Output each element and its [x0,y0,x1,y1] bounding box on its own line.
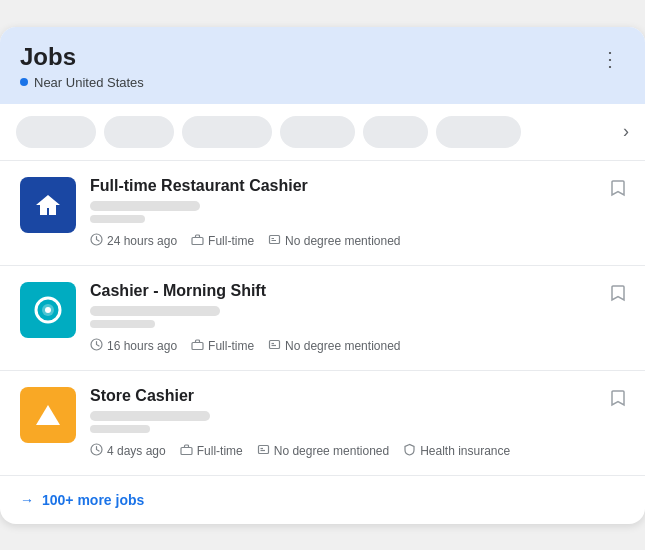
job-logo-3 [20,387,76,443]
location-label: Near United States [20,75,144,90]
job-type-2: Full-time [208,339,254,353]
time-ago-3: 4 days ago [107,444,166,458]
sub-bar-3 [90,425,150,433]
header-menu-button[interactable]: ⋮ [596,43,625,75]
briefcase-icon-1 [191,233,204,249]
job-meta-2: 16 hours ago Full-time [90,338,625,354]
job-content-2: Cashier - Morning Shift 16 hours ago [90,282,625,354]
time-ago-1: 24 hours ago [107,234,177,248]
job-title-3: Store Cashier [90,387,625,405]
filter-pill-4[interactable] [280,116,355,148]
degree-item-3: No degree mentioned [257,443,389,459]
job-content-1: Full-time Restaurant Cashier 24 hours ag… [90,177,625,249]
time-item-3: 4 days ago [90,443,166,459]
triangle-logo-icon [30,397,66,433]
jobs-card: Jobs Near United States ⋮ › Full-tim [0,27,645,524]
circle-logo-icon [30,292,66,328]
degree-2: No degree mentioned [285,339,400,353]
type-item-2: Full-time [191,338,254,354]
location-text: Near United States [34,75,144,90]
svg-rect-9 [192,342,203,349]
insurance-3: Health insurance [420,444,510,458]
degree-3: No degree mentioned [274,444,389,458]
clock-icon-3 [90,443,103,459]
job-meta-1: 24 hours ago Full-time [90,233,625,249]
insurance-item-3: Health insurance [403,443,510,459]
sub-bar-2 [90,320,155,328]
location-dot-icon [20,78,28,86]
more-jobs-link[interactable]: → 100+ more jobs [0,476,645,524]
svg-rect-1 [192,237,203,244]
sub-bar-1 [90,215,145,223]
more-jobs-label: 100+ more jobs [42,492,144,508]
job-title-1: Full-time Restaurant Cashier [90,177,625,195]
filter-bar: › [0,104,645,160]
shield-icon-3 [403,443,416,459]
job-meta-3: 4 days ago Full-time [90,443,625,459]
job-logo-1 [20,177,76,233]
type-item-1: Full-time [191,233,254,249]
clock-icon-1 [90,233,103,249]
svg-point-7 [45,307,51,313]
degree-1: No degree mentioned [285,234,400,248]
filter-pill-2[interactable] [104,116,174,148]
bookmark-button-2[interactable] [607,282,629,309]
bookmark-button-3[interactable] [607,387,629,414]
bookmark-button-1[interactable] [607,177,629,204]
header-left: Jobs Near United States [20,43,144,90]
filter-pill-6[interactable] [436,116,521,148]
job-title-2: Cashier - Morning Shift [90,282,625,300]
degree-item-2: No degree mentioned [268,338,400,354]
svg-rect-16 [258,445,268,453]
filter-pills [16,116,615,148]
company-bar-1 [90,201,200,211]
job-type-3: Full-time [197,444,243,458]
filter-scroll-arrow[interactable]: › [623,121,629,142]
house-icon [30,187,66,223]
degree-icon-1 [268,233,281,249]
page-title: Jobs [20,43,144,71]
time-item-1: 24 hours ago [90,233,177,249]
svg-rect-2 [270,235,280,243]
type-item-3: Full-time [180,443,243,459]
job-content-3: Store Cashier 4 days ago [90,387,625,459]
job-item-3[interactable]: Store Cashier 4 days ago [0,371,645,475]
job-item-1[interactable]: Full-time Restaurant Cashier 24 hours ag… [0,161,645,266]
job-item-2[interactable]: Cashier - Morning Shift 16 hours ago [0,266,645,371]
job-type-1: Full-time [208,234,254,248]
filter-pill-3[interactable] [182,116,272,148]
svg-rect-10 [270,340,280,348]
degree-icon-3 [257,443,270,459]
briefcase-icon-2 [191,338,204,354]
svg-rect-15 [181,447,192,454]
time-item-2: 16 hours ago [90,338,177,354]
svg-marker-13 [36,405,60,425]
degree-item-1: No degree mentioned [268,233,400,249]
degree-icon-2 [268,338,281,354]
filter-pill-1[interactable] [16,116,96,148]
briefcase-icon-3 [180,443,193,459]
company-bar-2 [90,306,220,316]
clock-icon-2 [90,338,103,354]
more-jobs-arrow-icon: → [20,492,34,508]
time-ago-2: 16 hours ago [107,339,177,353]
company-bar-3 [90,411,210,421]
filter-pill-5[interactable] [363,116,428,148]
header: Jobs Near United States ⋮ [0,27,645,104]
job-logo-2 [20,282,76,338]
